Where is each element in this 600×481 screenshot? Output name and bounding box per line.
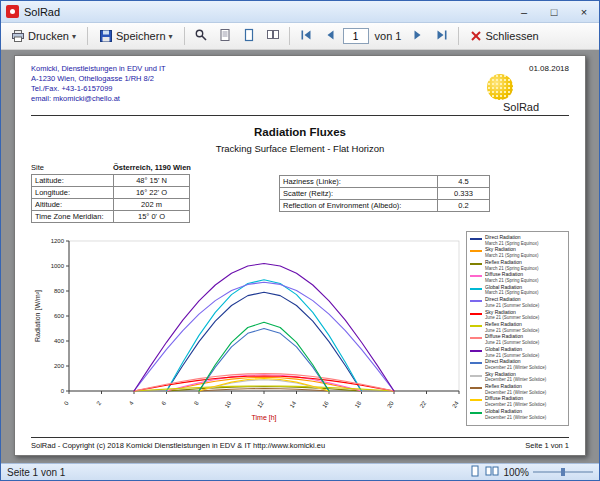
last-page-button[interactable] [431,26,453,47]
window-controls: – □ × [509,1,599,22]
svg-text:24: 24 [451,400,460,409]
single-page-icon [242,28,256,45]
parameters-section: Site Österreich, 1190 Wien Latitude: 48°… [31,163,569,223]
report-title: Radiation Fluxes [31,126,569,138]
close-preview-icon [470,30,482,42]
next-page-button[interactable] [407,26,429,47]
first-page-icon [299,28,313,45]
close-preview-label: Schliessen [485,30,538,42]
first-page-button[interactable] [295,26,317,47]
search-button[interactable] [190,26,212,47]
svg-text:200: 200 [54,363,65,369]
param-label: Haziness (Linke): [280,176,438,188]
print-button[interactable]: Drucken ▾ [5,26,82,47]
atmosphere-params-table: Haziness (Linke): 4.5 Scatter (Reitz): 0… [279,175,490,212]
page-of-label: von 1 [375,30,402,42]
close-preview-button[interactable]: Schliessen [464,26,544,47]
page-number-input[interactable] [343,28,369,44]
legend-series-period: June 21 (Summer Solstice) [485,353,539,358]
param-label: Latitude: [32,175,114,187]
single-page-view-button[interactable] [238,26,260,47]
legend-item: Direct RadiationDecember 21 (Winter Sols… [470,359,566,370]
footer-copyright: SolRad - Copyright (c) 2018 Komicki Dien… [31,441,325,450]
param-value: 15° 0' O [114,211,190,223]
status-multi-page-icon[interactable] [485,465,499,479]
param-value: 0.2 [438,200,490,212]
legend-item: Sky RadiationDecember 21 (Winter Solstic… [470,372,566,383]
svg-text:22: 22 [419,400,428,409]
solrad-logo-icon [487,74,513,100]
close-button[interactable]: × [569,1,599,22]
chart-svg: 0200400600800100012000246810121416182022… [31,231,466,426]
svg-text:12: 12 [256,400,265,409]
svg-text:600: 600 [54,313,65,319]
company-address-block: Komicki, Dienstleistungen in EDV und IT … [31,64,166,113]
legend-color-swatch [470,362,482,364]
page-setup-button[interactable] [214,26,236,47]
save-button[interactable]: Speichern ▾ [93,26,179,47]
svg-text:0: 0 [63,400,70,407]
minimize-button[interactable]: – [509,1,539,22]
param-value: 4.5 [438,176,490,188]
status-single-page-icon[interactable] [469,465,481,479]
company-line: A-1230 Wien, Othellogasse 1/RH 8/2 [31,74,166,84]
svg-text:800: 800 [54,288,65,294]
legend-series-period: June 21 (Summer Solstice) [485,328,539,333]
zoom-slider[interactable] [533,471,593,473]
zoom-level-label: 100% [503,467,529,478]
param-label: Longitude: [32,187,114,199]
svg-text:20: 20 [386,400,395,409]
param-value: 202 m [114,199,190,211]
param-label: Reflection of Environment (Albedo): [280,200,438,212]
legend-series-period: December 21 (Winter Solstice) [485,365,546,370]
param-label: Time Zone Meridian: [32,211,114,223]
print-dropdown-arrow-icon: ▾ [72,32,76,41]
table-row: Time Zone Meridian: 15° 0' O [32,211,190,223]
svg-text:1200: 1200 [51,238,65,244]
svg-text:0: 0 [61,388,65,394]
table-row: Latitude: 48° 15' N [32,175,190,187]
svg-text:16: 16 [321,400,330,409]
legend-series-period: June 21 (Summer Solstice) [485,315,539,320]
table-row: Altitude: 202 m [32,199,190,211]
legend-color-swatch [470,412,482,414]
report-footer: SolRad - Copyright (c) 2018 Komicki Dien… [31,437,569,450]
save-dropdown-arrow-icon: ▾ [169,32,173,41]
legend-item: Direct RadiationJune 21 (Summer Solstice… [470,297,566,308]
footer-page-number: Seite 1 von 1 [525,441,569,450]
legend-item: Reflex RadiationDecember 21 (Winter Sols… [470,384,566,395]
legend-series-period: June 21 (Summer Solstice) [485,340,539,345]
preview-workspace: Komicki, Dienstleistungen in EDV und IT … [1,50,599,463]
legend-item: Reflex RadiationMarch 21 (Spring Equinox… [470,260,566,271]
legend-color-swatch [470,238,482,240]
legend-series-period: March 21 (Spring Equinox) [485,278,539,283]
chart-section: 0200400600800100012000246810121416182022… [31,231,569,426]
site-value: Österreich, 1190 Wien [113,163,191,172]
toolbar-separator [458,27,459,45]
legend-item: Reflex RadiationJune 21 (Summer Solstice… [470,322,566,333]
legend-series-period: March 21 (Spring Equinox) [485,266,539,271]
previous-page-button[interactable] [319,26,341,47]
svg-text:18: 18 [354,400,363,409]
title-bar: SolRad – □ × [1,1,599,23]
report-subtitle: Tracking Surface Element - Flat Horizon [31,143,569,154]
multi-page-view-button[interactable] [262,26,284,47]
table-row: Reflection of Environment (Albedo): 0.2 [280,200,490,212]
legend-color-swatch [470,300,482,302]
app-icon [6,5,19,18]
atmosphere-parameters: Haziness (Linke): 4.5 Scatter (Reitz): 0… [279,175,490,223]
site-row: Site Österreich, 1190 Wien [31,163,201,172]
legend-color-swatch [470,263,482,265]
table-row: Haziness (Linke): 4.5 [280,176,490,188]
legend-series-period: December 21 (Winter Solstice) [485,377,546,382]
search-icon [194,28,208,45]
legend-series-period: March 21 (Spring Equinox) [485,290,539,295]
maximize-button[interactable]: □ [539,1,569,22]
svg-text:8: 8 [193,400,200,407]
legend-color-swatch [470,399,482,401]
zoom-slider-thumb[interactable] [561,468,565,476]
legend-series-period: December 21 (Winter Solstice) [485,402,546,407]
svg-text:10: 10 [224,400,233,409]
legend-item: Global RadiationJune 21 (Summer Solstice… [470,347,566,358]
report-header-right: 01.08.2018 SolRad [459,64,569,113]
